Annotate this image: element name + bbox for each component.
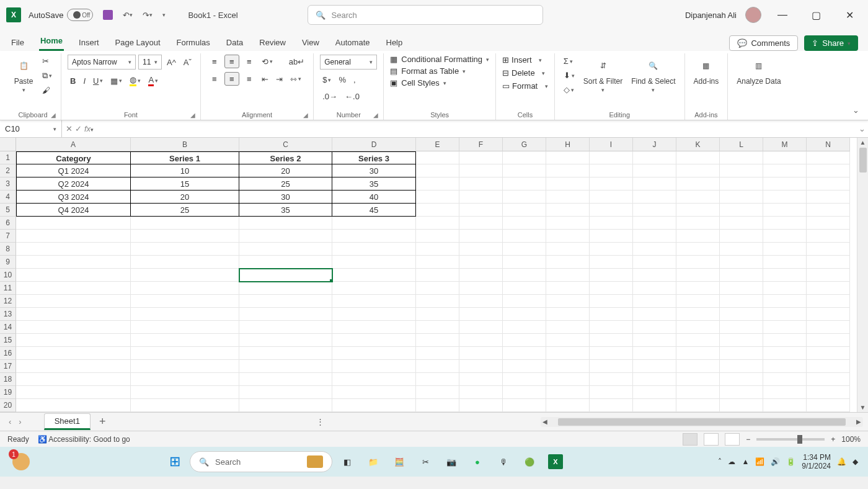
cell-G1[interactable]	[503, 151, 546, 164]
enter-formula-button[interactable]: ✓	[75, 124, 82, 133]
cell-D1[interactable]: Series 3	[332, 151, 416, 164]
row-header-3[interactable]: 3	[0, 177, 16, 191]
cell-L4[interactable]	[720, 191, 763, 204]
cell-D13[interactable]	[332, 308, 416, 321]
cell-A1[interactable]: Category	[16, 151, 131, 164]
cell-I12[interactable]	[590, 295, 633, 308]
tray-volume-icon[interactable]: 🔊	[771, 457, 780, 466]
cell-G18[interactable]	[503, 373, 546, 386]
cell-N3[interactable]	[807, 177, 850, 191]
cell-B9[interactable]	[131, 256, 239, 269]
cell-I9[interactable]	[590, 256, 633, 269]
cell-F16[interactable]	[459, 347, 503, 360]
taskbar-chrome[interactable]: 🟢	[518, 451, 541, 473]
expand-formula-bar[interactable]: ⌄	[856, 124, 868, 133]
cell-H14[interactable]	[546, 321, 590, 334]
col-header-M[interactable]: M	[763, 138, 807, 151]
cell-E1[interactable]	[416, 151, 459, 164]
cell-E18[interactable]	[416, 373, 459, 386]
cell-N4[interactable]	[807, 191, 850, 204]
col-header-A[interactable]: A	[16, 138, 131, 151]
cell-A14[interactable]	[16, 321, 131, 334]
cell-C17[interactable]	[239, 360, 332, 373]
cell-D2[interactable]: 30	[332, 164, 416, 177]
cell-M10[interactable]	[763, 269, 807, 282]
save-button[interactable]	[100, 7, 115, 22]
cell-C2[interactable]: 20	[239, 164, 332, 177]
col-header-H[interactable]: H	[546, 138, 590, 151]
task-view-button[interactable]: ◧	[336, 451, 358, 473]
cell-N13[interactable]	[807, 308, 850, 321]
cell-M17[interactable]	[763, 360, 807, 373]
zoom-in-button[interactable]: +	[831, 435, 835, 444]
cell-M12[interactable]	[763, 295, 807, 308]
col-header-I[interactable]: I	[590, 138, 633, 151]
cell-N5[interactable]	[807, 204, 850, 217]
cell-M20[interactable]	[763, 399, 807, 412]
cell-K13[interactable]	[676, 308, 720, 321]
scroll-right-arrow[interactable]: ▶	[854, 418, 863, 425]
normal-view-button[interactable]	[683, 433, 698, 446]
format-painter-button[interactable]: 🖌	[40, 84, 55, 97]
row-header-7[interactable]: 7	[0, 230, 16, 243]
cell-K3[interactable]	[676, 177, 720, 191]
cell-K8[interactable]	[676, 243, 720, 256]
cell-E14[interactable]	[416, 321, 459, 334]
cell-G20[interactable]	[503, 399, 546, 412]
fx-button[interactable]: fx▾	[84, 124, 94, 133]
cell-E4[interactable]	[416, 191, 459, 204]
redo-button[interactable]: ↷▾	[140, 8, 155, 22]
row-header-17[interactable]: 17	[0, 360, 16, 373]
sort-filter-button[interactable]: ⇵Sort & Filter▾	[581, 55, 625, 94]
cell-G9[interactable]	[503, 256, 546, 269]
cell-E6[interactable]	[416, 217, 459, 230]
cell-A10[interactable]	[16, 269, 131, 282]
cell-F11[interactable]	[459, 282, 503, 295]
cell-J16[interactable]	[633, 347, 676, 360]
font-dialog-launcher[interactable]: ◢	[190, 112, 195, 119]
cell-G19[interactable]	[503, 386, 546, 399]
cell-I14[interactable]	[590, 321, 633, 334]
cell-N7[interactable]	[807, 230, 850, 243]
cell-D4[interactable]: 40	[332, 191, 416, 204]
cell-J9[interactable]	[633, 256, 676, 269]
cell-M16[interactable]	[763, 347, 807, 360]
cell-A11[interactable]	[16, 282, 131, 295]
decrease-indent-button[interactable]: ⇤	[259, 73, 271, 86]
cell-D18[interactable]	[332, 373, 416, 386]
cell-A4[interactable]: Q3 2024	[16, 191, 131, 204]
cell-M19[interactable]	[763, 386, 807, 399]
cell-B18[interactable]	[131, 373, 239, 386]
cell-B17[interactable]	[131, 360, 239, 373]
cell-C19[interactable]	[239, 386, 332, 399]
tab-view[interactable]: View	[301, 34, 321, 51]
cell-J7[interactable]	[633, 230, 676, 243]
number-dialog-launcher[interactable]: ◢	[373, 112, 378, 119]
row-header-11[interactable]: 11	[0, 282, 16, 295]
cell-C4[interactable]: 30	[239, 191, 332, 204]
cell-L15[interactable]	[720, 334, 763, 347]
row-header-15[interactable]: 15	[0, 334, 16, 347]
cell-N11[interactable]	[807, 282, 850, 295]
cell-L3[interactable]	[720, 177, 763, 191]
cell-H4[interactable]	[546, 191, 590, 204]
cell-I15[interactable]	[590, 334, 633, 347]
cell-C3[interactable]: 25	[239, 177, 332, 191]
cell-A19[interactable]	[16, 386, 131, 399]
cell-K11[interactable]	[676, 282, 720, 295]
cell-C8[interactable]	[239, 243, 332, 256]
col-header-L[interactable]: L	[720, 138, 763, 151]
tray-weather-icon[interactable]: ☁	[728, 457, 735, 466]
cell-K16[interactable]	[676, 347, 720, 360]
cell-E12[interactable]	[416, 295, 459, 308]
cell-B5[interactable]: 25	[131, 204, 239, 217]
cell-H9[interactable]	[546, 256, 590, 269]
scroll-up-arrow[interactable]: ▲	[857, 139, 868, 146]
cell-C6[interactable]	[239, 217, 332, 230]
zoom-out-button[interactable]: −	[746, 435, 750, 444]
cell-K5[interactable]	[676, 204, 720, 217]
cell-F6[interactable]	[459, 217, 503, 230]
cell-G3[interactable]	[503, 177, 546, 191]
tab-insert[interactable]: Insert	[78, 34, 100, 51]
cell-G8[interactable]	[503, 243, 546, 256]
